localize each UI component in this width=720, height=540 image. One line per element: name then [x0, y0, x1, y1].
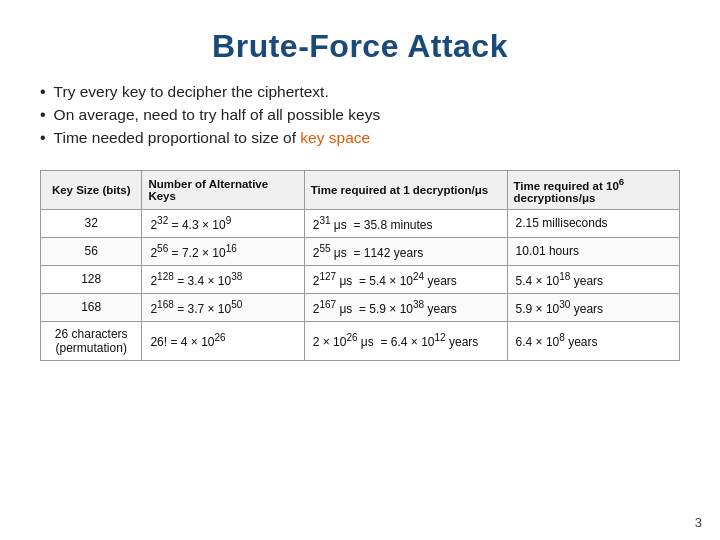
table-header-row: Key Size (bits) Number of Alternative Ke…	[41, 171, 680, 210]
bullet-dot-1: •	[40, 83, 46, 101]
cell-time106-26: 6.4 × 108 years	[507, 321, 679, 360]
brute-force-table: Key Size (bits) Number of Alternative Ke…	[40, 170, 680, 361]
cell-time1-56: 255 μs = 1142 years	[304, 237, 507, 265]
bullet-item-3: • Time needed proportional to size of ke…	[40, 129, 680, 147]
cell-time106-128: 5.4 × 1018 years	[507, 265, 679, 293]
cell-time106-56: 10.01 hours	[507, 237, 679, 265]
cell-time1-128: 2127 μs = 5.4 × 1024 years	[304, 265, 507, 293]
bullet-dot-2: •	[40, 106, 46, 124]
cell-time106-168: 5.9 × 1030 years	[507, 293, 679, 321]
bullet-item-1: • Try every key to decipher the cipherte…	[40, 83, 680, 101]
cell-time1-168: 2167 μs = 5.9 × 1038 years	[304, 293, 507, 321]
slide-title: Brute-Force Attack	[40, 28, 680, 65]
cell-altkeys-168: 2168 = 3.7 × 1050	[142, 293, 304, 321]
table-row: 26 characters(permutation) 26! = 4 × 102…	[41, 321, 680, 360]
cell-altkeys-128: 2128 = 3.4 × 1038	[142, 265, 304, 293]
page-number: 3	[695, 515, 702, 530]
cell-altkeys-56: 256 = 7.2 × 1016	[142, 237, 304, 265]
table-row: 128 2128 = 3.4 × 1038 2127 μs = 5.4 × 10…	[41, 265, 680, 293]
col-header-keysize: Key Size (bits)	[41, 171, 142, 210]
cell-keysize-168: 168	[41, 293, 142, 321]
cell-keysize-128: 128	[41, 265, 142, 293]
cell-time1-32: 231 μs = 35.8 minutes	[304, 209, 507, 237]
cell-altkeys-26: 26! = 4 × 1026	[142, 321, 304, 360]
bullet-item-2: • On average, need to try half of all po…	[40, 106, 680, 124]
cell-keysize-32: 32	[41, 209, 142, 237]
cell-altkeys-32: 232 = 4.3 × 109	[142, 209, 304, 237]
cell-keysize-26: 26 characters(permutation)	[41, 321, 142, 360]
cell-time106-32: 2.15 milliseconds	[507, 209, 679, 237]
bullet-text-3: Time needed proportional to size of key …	[54, 129, 371, 147]
bullet-text-2: On average, need to try half of all poss…	[54, 106, 381, 124]
bullet-dot-3: •	[40, 129, 46, 147]
bullet-text-1: Try every key to decipher the ciphertext…	[54, 83, 329, 101]
table-row: 168 2168 = 3.7 × 1050 2167 μs = 5.9 × 10…	[41, 293, 680, 321]
col-header-altkeys: Number of Alternative Keys	[142, 171, 304, 210]
table-row: 56 256 = 7.2 × 1016 255 μs = 1142 years …	[41, 237, 680, 265]
bullet-list: • Try every key to decipher the cipherte…	[40, 83, 680, 152]
cell-time1-26: 2 × 1026 μs = 6.4 × 1012 years	[304, 321, 507, 360]
key-space-highlight: key space	[300, 129, 370, 146]
table-row: 32 232 = 4.3 × 109 231 μs = 35.8 minutes…	[41, 209, 680, 237]
cell-keysize-56: 56	[41, 237, 142, 265]
col-header-time106: Time required at 106 decryptions/μs	[507, 171, 679, 210]
slide: Brute-Force Attack • Try every key to de…	[0, 0, 720, 540]
col-header-time1: Time required at 1 decryption/μs	[304, 171, 507, 210]
